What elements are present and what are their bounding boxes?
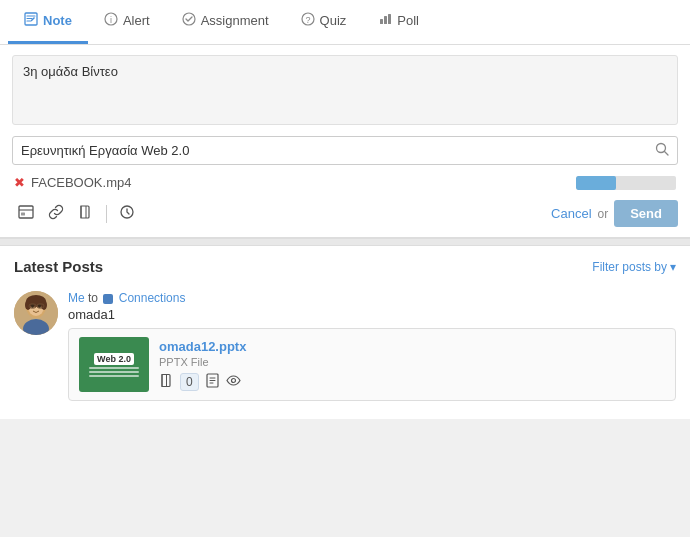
connections-group-icon bbox=[103, 294, 113, 304]
svg-point-3 bbox=[183, 13, 195, 25]
tab-assignment[interactable]: Assignment bbox=[166, 0, 285, 44]
toolbar-icons bbox=[12, 200, 551, 227]
latest-title: Latest Posts bbox=[14, 258, 103, 275]
quiz-icon: ? bbox=[301, 12, 315, 29]
assignment-icon bbox=[182, 12, 196, 29]
post-content: Me to Connections omada1 Web 2.0 bbox=[68, 291, 676, 401]
post-meta: Me to Connections bbox=[68, 291, 676, 305]
svg-point-27 bbox=[231, 378, 235, 382]
search-input[interactable] bbox=[21, 143, 655, 158]
toolbar-divider bbox=[106, 205, 107, 223]
tab-alert[interactable]: i Alert bbox=[88, 0, 166, 44]
tab-poll[interactable]: Poll bbox=[362, 0, 435, 44]
svg-point-18 bbox=[25, 300, 31, 310]
file-progress-bar bbox=[576, 176, 676, 190]
svg-point-21 bbox=[38, 304, 41, 308]
attachment-info: omada12.pptx PPTX File 0 bbox=[159, 339, 665, 391]
poll-icon bbox=[378, 12, 392, 29]
composer-textarea[interactable] bbox=[12, 55, 678, 125]
file-name: FACEBOOK.mp4 bbox=[31, 175, 576, 190]
svg-rect-7 bbox=[384, 16, 387, 24]
toolbar-actions: Cancel or Send bbox=[551, 200, 678, 227]
post-item: Me to Connections omada1 Web 2.0 bbox=[14, 285, 676, 407]
latest-section: Latest Posts Filter posts by ▾ bbox=[0, 246, 690, 419]
clock-icon[interactable] bbox=[113, 200, 141, 227]
attachment-name[interactable]: omada12.pptx bbox=[159, 339, 665, 354]
attachment-book-icon[interactable] bbox=[159, 373, 174, 391]
post-to-text: to bbox=[88, 291, 98, 305]
link-icon[interactable] bbox=[42, 200, 70, 227]
tab-quiz-label: Quiz bbox=[320, 13, 347, 28]
tab-alert-label: Alert bbox=[123, 13, 150, 28]
svg-rect-6 bbox=[380, 19, 383, 24]
tab-poll-label: Poll bbox=[397, 13, 419, 28]
attachment-thumbnail: Web 2.0 bbox=[79, 337, 149, 392]
attachment-type: PPTX File bbox=[159, 356, 665, 368]
latest-header: Latest Posts Filter posts by ▾ bbox=[14, 258, 676, 275]
svg-rect-12 bbox=[21, 213, 25, 216]
filter-posts-button[interactable]: Filter posts by ▾ bbox=[592, 260, 676, 274]
attachment-actions: 0 bbox=[159, 373, 665, 391]
post-group-link[interactable]: Connections bbox=[119, 291, 186, 305]
post-author-link[interactable]: Me bbox=[68, 291, 85, 305]
section-divider bbox=[0, 238, 690, 246]
svg-text:?: ? bbox=[305, 15, 310, 25]
tab-note[interactable]: Note bbox=[8, 0, 88, 44]
filter-label: Filter posts by bbox=[592, 260, 667, 274]
tab-assignment-label: Assignment bbox=[201, 13, 269, 28]
thumb-lines bbox=[89, 367, 139, 377]
book-icon[interactable] bbox=[72, 200, 100, 227]
tab-quiz[interactable]: ? Quiz bbox=[285, 0, 363, 44]
attach-icon[interactable] bbox=[12, 200, 40, 227]
cancel-button[interactable]: Cancel bbox=[551, 206, 591, 221]
composer: ✖ FACEBOOK.mp4 bbox=[0, 45, 690, 238]
avatar bbox=[14, 291, 58, 335]
chevron-down-icon: ▾ bbox=[670, 260, 676, 274]
thumb-badge: Web 2.0 bbox=[94, 353, 134, 365]
alert-icon: i bbox=[104, 12, 118, 29]
svg-rect-8 bbox=[388, 14, 391, 24]
post-body: omada1 bbox=[68, 307, 676, 322]
file-remove-btn[interactable]: ✖ bbox=[14, 175, 25, 190]
send-button[interactable]: Send bbox=[614, 200, 678, 227]
attachment-doc-icon[interactable] bbox=[205, 373, 220, 391]
toolbar-row: Cancel or Send bbox=[12, 200, 678, 227]
attachment-card: Web 2.0 omada12.pptx PPTX File bbox=[68, 328, 676, 401]
tabs-bar: Note i Alert Assignment ? Quiz bbox=[0, 0, 690, 45]
search-icon[interactable] bbox=[655, 142, 669, 159]
progress-fill bbox=[576, 176, 616, 190]
attachment-count: 0 bbox=[180, 373, 199, 391]
file-row: ✖ FACEBOOK.mp4 bbox=[12, 171, 678, 194]
svg-rect-11 bbox=[19, 206, 33, 218]
search-row bbox=[12, 136, 678, 165]
tab-note-label: Note bbox=[43, 13, 72, 28]
or-text: or bbox=[598, 207, 609, 221]
svg-text:i: i bbox=[110, 15, 112, 25]
svg-line-10 bbox=[665, 152, 669, 156]
attachment-view-icon[interactable] bbox=[226, 373, 241, 391]
note-icon bbox=[24, 12, 38, 29]
svg-point-20 bbox=[31, 304, 34, 308]
